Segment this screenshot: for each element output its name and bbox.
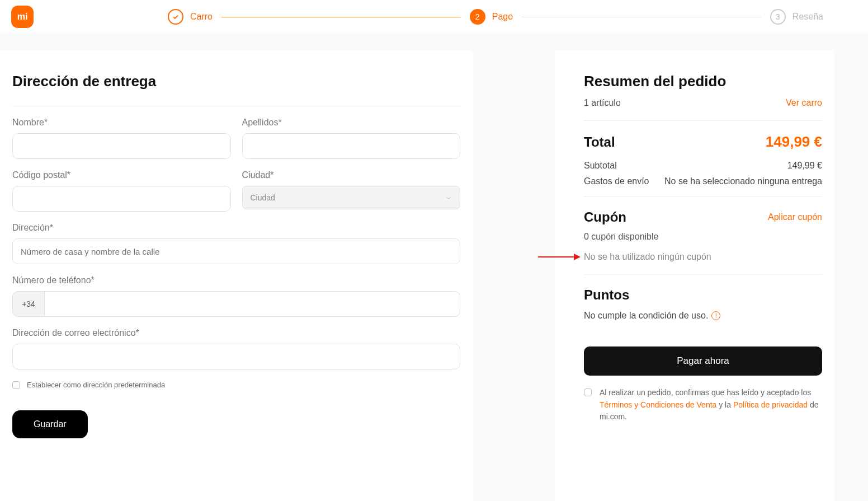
terms-link-2[interactable]: Política de privacidad	[733, 400, 808, 409]
postal-input[interactable]	[12, 186, 231, 212]
points-title: Puntos	[584, 287, 822, 303]
terms-row: Al realizar un pedido, confirmas que has…	[584, 387, 822, 423]
save-button[interactable]: Guardar	[12, 410, 88, 438]
default-address-checkbox[interactable]	[12, 381, 20, 389]
postal-label: Código postal*	[12, 170, 231, 180]
coupon-title: Cupón	[584, 209, 626, 225]
total-label: Total	[584, 134, 615, 150]
apply-coupon-link[interactable]: Aplicar cupón	[768, 212, 822, 222]
city-select[interactable]: Ciudad	[242, 186, 461, 209]
city-placeholder: Ciudad	[251, 193, 275, 202]
checkout-header: mi Carro 2 Pago 3 Reseña	[0, 0, 868, 34]
step-payment-num: 2	[470, 9, 485, 25]
address-input[interactable]	[12, 238, 460, 264]
first-name-label: Nombre*	[12, 118, 231, 128]
step-cart[interactable]: Carro	[168, 9, 213, 25]
email-input[interactable]	[12, 344, 460, 369]
items-count: 1 artículo	[584, 98, 621, 108]
city-group: Ciudad* Ciudad	[242, 170, 461, 212]
order-summary-panel: Resumen del pedido 1 artículo Ver carro …	[555, 50, 834, 501]
default-address-label: Establecer como dirección predeterminada	[27, 381, 165, 389]
step-payment-label: Pago	[492, 12, 513, 22]
address-group: Dirección*	[12, 223, 460, 264]
connector-2	[522, 17, 761, 17]
last-name-group: Apellidos*	[242, 118, 461, 159]
coupon-available: 0 cupón disponible	[584, 232, 822, 242]
info-icon[interactable]: !	[711, 311, 720, 320]
view-cart-link[interactable]: Ver carro	[786, 98, 822, 108]
step-payment[interactable]: 2 Pago	[470, 9, 513, 25]
summary-title: Resumen del pedido	[584, 73, 822, 90]
terms-pre: Al realizar un pedido, confirmas que has…	[600, 388, 811, 397]
address-label: Dirección*	[12, 223, 460, 233]
postal-group: Código postal*	[12, 170, 231, 212]
panel-gap	[473, 50, 478, 501]
first-name-group: Nombre*	[12, 118, 231, 159]
divider	[584, 120, 822, 121]
terms-checkbox[interactable]	[584, 388, 592, 396]
step-review[interactable]: 3 Reseña	[770, 9, 823, 25]
step-cart-label: Carro	[190, 12, 213, 22]
first-name-input[interactable]	[12, 133, 231, 159]
email-label: Dirección de correo electrónico*	[12, 328, 460, 338]
main-content: Dirección de entrega Nombre* Apellidos* …	[0, 34, 868, 501]
last-name-label: Apellidos*	[242, 118, 461, 128]
shipping-label: Gastos de envío	[584, 176, 649, 186]
delivery-title: Dirección de entrega	[12, 73, 460, 90]
annotation-arrow-icon	[538, 252, 581, 262]
step-review-label: Reseña	[792, 12, 823, 22]
step-review-num: 3	[770, 9, 786, 25]
terms-text: Al realizar un pedido, confirmas que has…	[600, 387, 822, 423]
pay-now-button[interactable]: Pagar ahora	[584, 347, 822, 376]
terms-mid: y la	[716, 400, 733, 409]
coupon-section: Cupón Aplicar cupón 0 cupón disponible N…	[584, 197, 822, 274]
phone-input[interactable]	[45, 291, 460, 317]
total-value: 149,99 €	[766, 133, 822, 151]
checkout-progress: Carro 2 Pago 3 Reseña	[168, 9, 823, 25]
phone-group: Número de teléfono* +34	[12, 275, 460, 317]
email-group: Dirección de correo electrónico*	[12, 328, 460, 369]
phone-label: Número de teléfono*	[12, 275, 460, 285]
connector-1	[221, 17, 461, 17]
subtotal-label: Subtotal	[584, 161, 617, 171]
shipping-value: No se ha seleccionado ninguna entrega	[664, 176, 822, 186]
last-name-input[interactable]	[242, 133, 461, 159]
divider	[12, 106, 460, 106]
terms-link-1[interactable]: Términos y Condiciones de Venta	[600, 400, 716, 409]
coupon-none-text: No se ha utilizado ningún cupón	[584, 252, 822, 262]
logo-text: mi	[17, 12, 28, 22]
subtotal-value: 149,99 €	[787, 161, 822, 171]
delivery-address-panel: Dirección de entrega Nombre* Apellidos* …	[0, 50, 473, 501]
mi-logo[interactable]: mi	[11, 6, 34, 28]
points-note-text: No cumple la condición de uso.	[584, 311, 708, 321]
default-address-row[interactable]: Establecer como dirección predeterminada	[12, 381, 460, 389]
phone-prefix: +34	[12, 291, 45, 317]
city-label: Ciudad*	[242, 170, 461, 180]
points-section: Puntos No cumple la condición de uso. !	[584, 275, 822, 333]
check-icon	[168, 9, 183, 25]
svg-marker-1	[574, 254, 581, 260]
chevron-down-icon	[445, 194, 452, 201]
